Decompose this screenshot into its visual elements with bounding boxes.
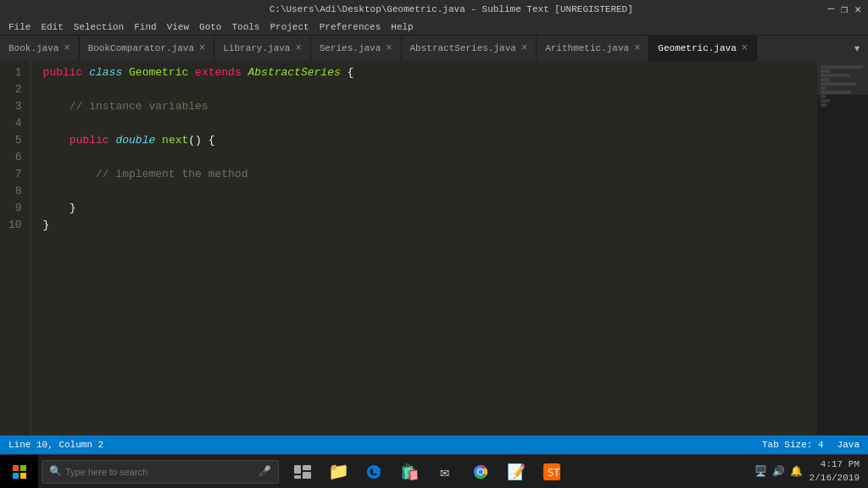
status-bar: Line 10, Column 2 Tab Size: 4 Java [0, 435, 868, 454]
tab-size-label[interactable]: Tab Size: 4 [762, 440, 824, 450]
tab-geometricjava[interactable]: Geometric.java × [649, 36, 757, 61]
chrome-button[interactable] [464, 455, 498, 489]
svg-rect-0 [13, 465, 19, 471]
line-number: 4 [8, 115, 22, 132]
tab-label: BookComparator.java [88, 43, 194, 53]
menu-tools[interactable]: Tools [226, 22, 264, 32]
close-button[interactable]: ✕ [854, 3, 861, 16]
notes-button[interactable]: 📝 [499, 455, 533, 489]
tab-close-icon[interactable]: × [742, 42, 748, 54]
code-line-1: public class Geometric extends AbstractS… [43, 64, 817, 81]
minimize-button[interactable]: — [828, 3, 835, 16]
line-number: 7 [8, 166, 22, 183]
cursor-position: Line 10, Column 2 [8, 440, 103, 450]
search-icon: 🔍 [49, 465, 62, 478]
tab-bookjava[interactable]: Book.java × [0, 36, 80, 61]
notification-icon[interactable]: 🔔 [790, 465, 803, 478]
tab-close-icon[interactable]: × [199, 42, 205, 54]
code-line-10: } [43, 217, 817, 234]
tab-label: Book.java [8, 43, 58, 53]
minimap-line [821, 86, 826, 90]
menu-find[interactable]: Find [129, 22, 161, 32]
date: 2/16/2019 [810, 472, 860, 485]
tab-libraryjava[interactable]: Library.java × [214, 36, 310, 61]
tab-close-icon[interactable]: × [64, 42, 70, 54]
code-line-5: public double next() { [43, 132, 817, 149]
volume-icon[interactable]: 🔊 [772, 465, 785, 478]
code-line-9: } [43, 200, 817, 217]
line-number: 10 [8, 217, 22, 234]
file-explorer-button[interactable]: 📁 [321, 455, 355, 489]
code-line-4 [43, 115, 817, 132]
code-line-7: // implement the method [43, 166, 817, 183]
code-editor[interactable]: public class Geometric extends AbstractS… [31, 61, 817, 435]
taskbar-right: 🖥️ 🔊 🔔 4:17 PM 2/16/2019 [754, 458, 868, 485]
maximize-button[interactable]: ❐ [841, 3, 848, 16]
svg-rect-6 [303, 472, 311, 479]
tab-label: Arithmetic.java [545, 43, 629, 53]
tab-close-icon[interactable]: × [295, 42, 301, 54]
system-tray-icons: 🖥️ 🔊 🔔 [754, 465, 803, 478]
line-number: 3 [8, 98, 22, 115]
tab-bar: Book.java × BookComparator.java × Librar… [0, 36, 868, 61]
menu-selection[interactable]: Selection [69, 22, 129, 32]
tab-abstractseriesjava[interactable]: AbstractSeries.java × [402, 36, 537, 61]
tab-bookcomparatorjava[interactable]: BookComparator.java × [80, 36, 215, 61]
tab-label: Series.java [320, 43, 381, 53]
title-bar: C:\Users\Adi\Desktop\Geometric.java - Su… [0, 0, 868, 19]
menu-bar: File Edit Selection Find View Goto Tools… [0, 19, 868, 36]
svg-text:ST: ST [548, 467, 559, 479]
svg-rect-4 [294, 465, 301, 474]
minimap-line [821, 103, 827, 107]
start-button[interactable] [0, 455, 38, 489]
store-button[interactable]: 🛍️ [392, 455, 426, 489]
tab-label: Geometric.java [658, 43, 736, 53]
window-title: C:\Users\Adi\Desktop\Geometric.java - Su… [75, 4, 828, 14]
search-input[interactable] [65, 467, 259, 477]
tab-label: Library.java [223, 43, 290, 53]
line-number: 1 [8, 64, 22, 81]
menu-edit[interactable]: Edit [36, 22, 68, 32]
minimap-line [821, 99, 830, 103]
menu-view[interactable]: View [162, 22, 194, 32]
menu-help[interactable]: Help [386, 22, 418, 32]
tab-close-icon[interactable]: × [386, 42, 392, 54]
menu-goto[interactable]: Goto [194, 22, 226, 32]
minimap-line [821, 65, 863, 69]
tab-close-icon[interactable]: × [634, 42, 640, 54]
svg-rect-5 [303, 465, 311, 470]
clock[interactable]: 4:17 PM 2/16/2019 [810, 458, 860, 485]
code-line-6 [43, 149, 817, 166]
mail-button[interactable]: ✉️ [428, 455, 462, 489]
search-box[interactable]: 🔍 🎤 [42, 460, 279, 484]
taskbar-apps: 📁 🛍️ ✉️ 📝 ST [286, 455, 569, 489]
taskview-button[interactable] [286, 455, 320, 489]
network-icon[interactable]: 🖥️ [754, 465, 767, 478]
tab-overflow-button[interactable]: ▾ [846, 36, 868, 61]
code-line-3: // instance variables [43, 98, 817, 115]
edge-button[interactable] [357, 455, 391, 489]
minimap-line [821, 69, 830, 73]
svg-rect-3 [20, 473, 26, 479]
code-line-8 [43, 183, 817, 200]
tab-arithmeticjava[interactable]: Arithmetic.java × [537, 36, 649, 61]
menu-preferences[interactable]: Preferences [314, 22, 387, 32]
microphone-icon: 🎤 [259, 465, 271, 478]
language-label[interactable]: Java [837, 440, 860, 450]
line-number: 9 [8, 200, 22, 217]
tab-label: AbstractSeries.java [410, 43, 516, 53]
minimap-line [821, 82, 856, 86]
line-number: 8 [8, 183, 22, 200]
menu-file[interactable]: File [3, 22, 36, 32]
taskbar: 🔍 🎤 📁 🛍️ ✉️ [0, 454, 868, 488]
line-number: 2 [8, 81, 22, 98]
minimap-line [821, 74, 849, 77]
tab-close-icon[interactable]: × [521, 42, 527, 54]
editor-area: 1 2 3 4 5 6 7 8 9 10 public class Geomet… [0, 61, 868, 435]
minimap [817, 61, 868, 435]
svg-rect-7 [294, 475, 301, 479]
tab-seriesjava[interactable]: Series.java × [311, 36, 402, 61]
menu-project[interactable]: Project [264, 22, 314, 32]
code-line-2 [43, 81, 817, 98]
sublime-button[interactable]: ST [535, 455, 569, 489]
